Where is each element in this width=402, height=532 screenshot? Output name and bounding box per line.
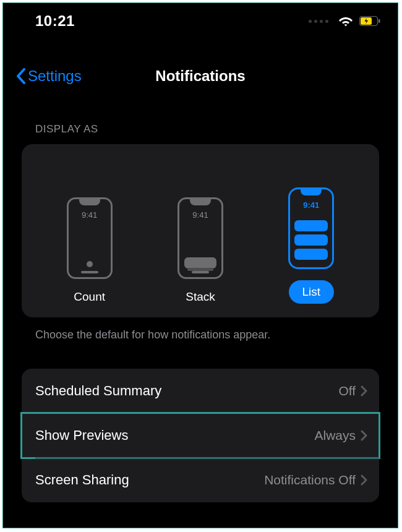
display-option-label: Stack: [186, 290, 215, 304]
display-option-stack[interactable]: 9:41 Stack: [177, 197, 223, 304]
chevron-right-icon: [361, 385, 368, 397]
page-title: Notifications: [155, 67, 245, 85]
status-right: [309, 15, 380, 27]
row-label: Scheduled Summary: [35, 383, 161, 399]
row-label: Screen Sharing: [35, 472, 129, 488]
stack-preview-icon: 9:41: [177, 197, 223, 279]
section-header-display-as: DISPLAY AS: [35, 123, 379, 135]
battery-charging-icon: [359, 16, 380, 26]
list-preview-icon: 9:41: [288, 187, 334, 269]
nav-header: Settings Notifications: [3, 54, 398, 98]
content: DISPLAY AS 9:41 Count 9:41: [3, 123, 398, 502]
display-option-label: List: [289, 280, 335, 304]
row-value: Off: [338, 384, 356, 398]
row-show-previews[interactable]: Show Previews Always: [22, 413, 379, 458]
svg-rect-1: [378, 19, 380, 23]
chevron-right-icon: [361, 430, 368, 441]
status-time: 10:21: [35, 12, 75, 30]
display-as-card: 9:41 Count 9:41 Stack: [22, 144, 379, 317]
row-label: Show Previews: [35, 427, 128, 444]
back-button[interactable]: Settings: [15, 67, 82, 85]
wifi-icon: [338, 15, 353, 27]
row-value: Notifications Off: [264, 473, 356, 487]
back-label: Settings: [28, 67, 82, 85]
display-option-count[interactable]: 9:41 Count: [67, 197, 113, 304]
settings-list: Scheduled Summary Off Show Previews Alwa…: [22, 369, 379, 502]
status-bar: 10:21: [3, 3, 398, 39]
page-dots-icon: [309, 20, 328, 23]
display-option-list[interactable]: 9:41 List: [288, 160, 334, 304]
display-option-label: Count: [74, 290, 105, 304]
notifications-settings-screen: 10:21: [2, 2, 398, 528]
chevron-left-icon: [15, 67, 27, 85]
chevron-right-icon: [361, 474, 368, 486]
count-preview-icon: 9:41: [67, 197, 113, 279]
display-as-footer: Choose the default for how notifications…: [35, 328, 374, 341]
row-scheduled-summary[interactable]: Scheduled Summary Off: [22, 369, 379, 413]
row-screen-sharing[interactable]: Screen Sharing Notifications Off: [22, 458, 379, 502]
row-value: Always: [314, 428, 356, 443]
